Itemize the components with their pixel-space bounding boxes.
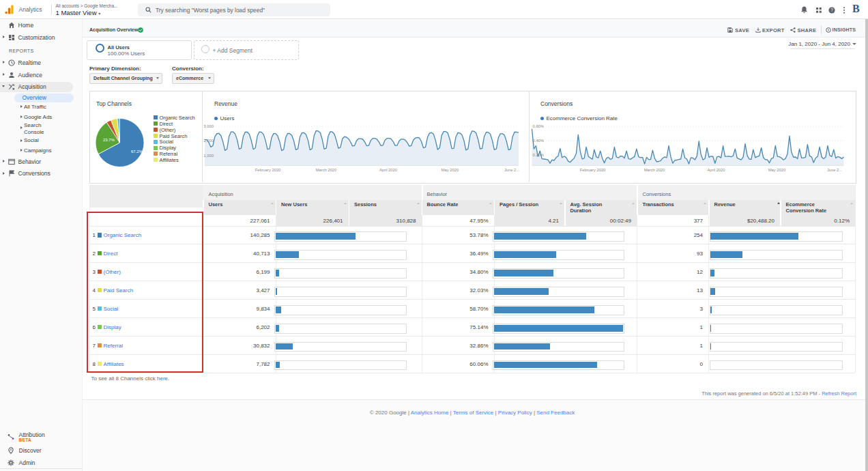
svg-text:67.2%: 67.2% <box>131 149 143 154</box>
svg-text:23.7%: 23.7% <box>103 138 115 142</box>
svg-text:?: ? <box>830 8 833 12</box>
